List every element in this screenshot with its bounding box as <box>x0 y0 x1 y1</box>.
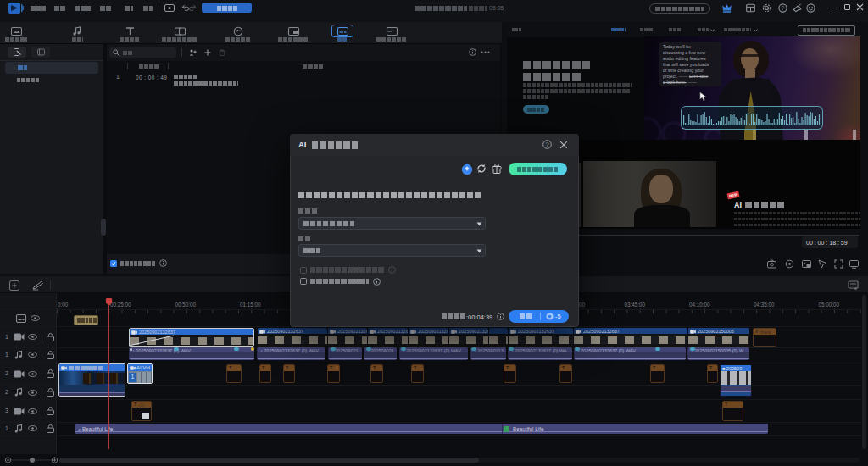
svg-text:?: ? <box>545 141 548 148</box>
svg-text:?: ? <box>782 5 785 11</box>
